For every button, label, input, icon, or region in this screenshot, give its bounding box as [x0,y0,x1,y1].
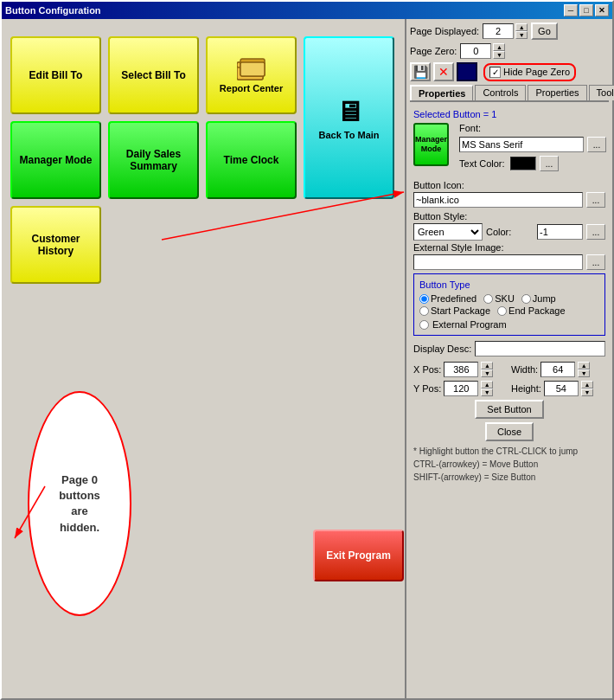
text-color-swatch [510,157,536,170]
window-title: Button Configuration [5,5,101,16]
height-spin-down[interactable]: ▼ [581,389,593,396]
tab-tools[interactable]: Tools [589,85,614,100]
bottom-buttons: Set Button [413,400,605,419]
tab-properties1[interactable]: Properties [410,85,473,100]
height-input[interactable] [544,381,579,396]
page-displayed-input[interactable]: 2 [483,23,514,39]
radio-predefined: Predefined [419,293,476,304]
radio-start-package: Start Package [419,305,490,316]
report-center-icon-container: Report Center [220,57,283,93]
report-center-button[interactable]: Report Center [206,36,297,114]
close-button[interactable]: Close [485,422,534,441]
page0-area: Page 0buttonsarehidden. [10,382,149,625]
button-type-section: Button Type Predefined SKU Jump [413,273,605,336]
hide-page-zero-checkbox[interactable]: ✓ [489,67,501,78]
button-style-select[interactable]: Green Yellow Red Cyan [413,223,483,241]
button-icon-label: Button Icon: [413,180,605,190]
footer-line1: * Highlight button the CTRL-CLICK to jum… [413,445,605,458]
set-button-button[interactable]: Set Button [475,400,543,419]
font-section: Manager Mode Font: ... Text Color: [413,123,605,175]
page0-text: Page 0buttonsarehidden. [59,472,100,536]
edit-bill-to-button[interactable]: Edit Bill To [10,36,101,114]
main-window: Button Configuration ─ □ ✕ Edit Bill To … [0,0,614,700]
radio-sku-label: SKU [495,293,515,304]
page-zero-label: Page Zero: [410,46,457,56]
tab-properties2[interactable]: Properties [528,85,586,100]
title-bar-buttons: ─ □ ✕ [564,4,609,16]
radio-external-program-input[interactable] [419,320,429,330]
page-zero-spin-up[interactable]: ▲ [493,43,505,51]
radio-end-package: End Package [497,305,565,316]
x-pos-spin-down[interactable]: ▼ [481,369,493,377]
hide-page-zero-label: Hide Page Zero [503,67,570,77]
page-displayed-spin-up[interactable]: ▲ [515,23,528,31]
cancel-tool-button[interactable]: ✕ [433,62,454,81]
y-pos-spin-up[interactable]: ▲ [481,381,493,389]
folder-icon [237,57,266,81]
page-displayed-label: Page Displayed: [410,26,479,36]
text-color-browse-button[interactable]: ... [540,156,559,171]
external-style-row: ... [413,254,605,270]
save-tool-button[interactable]: 💾 [410,62,431,81]
footer-text: * Highlight button the CTRL-CLICK to jum… [413,445,605,484]
back-to-main-icon-container: 🖥 Back To Main [318,96,379,140]
external-program-row: External Program [419,319,599,330]
restore-button[interactable]: □ [579,4,593,16]
external-style-browse-button[interactable]: ... [586,254,605,270]
toolbar-row: 💾 ✕ ✓ Hide Page Zero [410,62,609,81]
go-button[interactable]: Go [531,22,558,40]
y-pos-spin: ▲ ▼ [481,381,493,396]
select-bill-to-button[interactable]: Select Bill To [108,36,199,114]
page-displayed-spinner: 2 ▲ ▼ [483,23,528,39]
page-displayed-spin-down[interactable]: ▼ [515,31,528,39]
color-label: Color: [486,227,534,237]
x-pos-input[interactable] [444,362,478,377]
display-desc-input[interactable] [475,341,605,356]
page-zero-spin-down[interactable]: ▼ [493,51,505,59]
manager-mode-button[interactable]: Manager Mode [10,121,101,199]
font-row: Font: [459,123,606,133]
right-panel: Page Displayed: 2 ▲ ▼ Go Page Zero: 0 ▲ … [405,19,612,698]
font-browse-button[interactable]: ... [587,137,606,152]
color-value-input[interactable] [537,224,583,240]
button-icon-input[interactable] [413,192,583,208]
time-clock-button[interactable]: Time Clock [206,121,297,199]
width-input[interactable] [540,362,575,377]
hide-page-zero-container: ✓ Hide Page Zero [483,63,576,81]
properties-panel: Selected Button = 1 Manager Mode Font: .… [410,106,609,695]
page-zero-controls: Page Zero: 0 ▲ ▼ [410,43,609,59]
external-style-input[interactable] [413,254,583,270]
width-spin-down[interactable]: ▼ [578,369,590,377]
ellipse-container: Page 0buttonsarehidden. [28,391,131,616]
customer-history-button[interactable]: Customer History [10,206,101,284]
exit-program-button[interactable]: Exit Program [313,530,404,581]
width-spin-up[interactable]: ▲ [578,362,590,369]
daily-sales-summary-button[interactable]: Daily Sales Summary [108,121,199,199]
font-input[interactable] [459,137,584,152]
color-tool-button[interactable] [457,62,477,81]
radio-jump-input[interactable] [521,294,531,304]
page-zero-input[interactable]: 0 [460,43,491,59]
radio-end-package-input[interactable] [497,306,507,316]
y-pos-label: Y Pos: [413,383,441,394]
radio-start-package-input[interactable] [419,306,429,316]
radio-predefined-input[interactable] [419,294,429,304]
close-button[interactable]: ✕ [595,4,609,16]
back-to-main-button[interactable]: 🖥 Back To Main [304,36,394,199]
width-row: Width: ▲ ▼ [511,362,605,377]
minimize-button[interactable]: ─ [564,4,578,16]
button-icon-browse-button[interactable]: ... [586,192,605,208]
height-spin-up[interactable]: ▲ [581,381,593,389]
footer-line2: CTRL-(arrowkey) = Move Button [413,458,605,471]
tab-controls[interactable]: Controls [475,85,526,100]
y-pos-spin-down[interactable]: ▼ [481,389,493,396]
color-browse-button[interactable]: ... [586,224,605,240]
preview-label: Manager Mode [415,135,447,154]
exit-program-label[interactable]: Exit Program [313,530,404,581]
y-pos-input[interactable] [444,381,478,396]
x-pos-spin-up[interactable]: ▲ [481,362,493,369]
button-type-label: Button Type [419,279,599,290]
x-pos-row: X Pos: ▲ ▼ [413,362,508,377]
text-color-label: Text Color: [459,158,507,169]
radio-sku-input[interactable] [483,294,493,304]
